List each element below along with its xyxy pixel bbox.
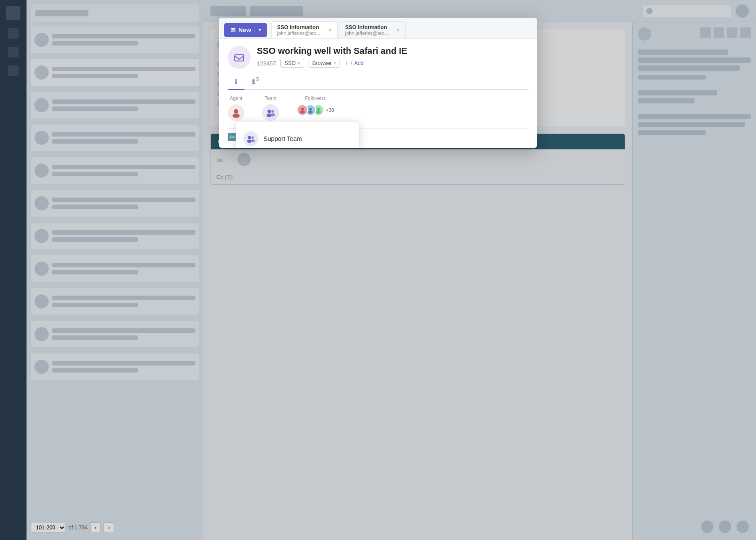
- svg-point-10: [251, 139, 255, 142]
- followers-avatars[interactable]: +30: [297, 104, 334, 116]
- tab-2-title: SSO Information: [345, 24, 392, 30]
- agent-column: Agent: [228, 95, 244, 121]
- tag-browser-label: Browser: [313, 60, 332, 66]
- svg-point-7: [248, 136, 251, 139]
- svg-rect-0: [235, 55, 244, 61]
- tab-2-close-icon[interactable]: ×: [397, 27, 400, 34]
- ticket-icon-avatar: [228, 46, 251, 69]
- svg-point-20: [300, 110, 305, 114]
- support-team-name: Support Team: [263, 135, 302, 142]
- svg-point-22: [308, 110, 313, 114]
- ticket-meta: 123457 SSO × Browser × + + Add: [257, 59, 528, 68]
- teams-section: Support Team: [236, 125, 359, 148]
- svg-point-2: [233, 114, 240, 118]
- dollar-icon: $5: [252, 78, 255, 85]
- agent-avatar[interactable]: [228, 104, 244, 121]
- modal-overlay: ✉ New ▾ SSO Information john.jefferies@t…: [0, 0, 756, 540]
- ticket-modal: ✉ New ▾ SSO Information john.jefferies@t…: [219, 18, 537, 148]
- dropdown-arrow-icon: ▾: [255, 27, 261, 32]
- team-avatar[interactable]: [262, 104, 279, 121]
- envelope-icon: ✉: [230, 27, 236, 34]
- plus-icon: +: [344, 60, 347, 66]
- svg-point-9: [252, 137, 254, 139]
- ticket-header: SSO working well with Safari and IE 1234…: [228, 46, 528, 69]
- dropdown-item-support-team[interactable]: Support Team: [236, 127, 359, 148]
- modal-body: SSO working well with Safari and IE 1234…: [219, 39, 537, 148]
- add-tag-button[interactable]: + + Add: [344, 60, 363, 66]
- support-team-avatar: [243, 131, 258, 146]
- svg-point-19: [301, 108, 304, 111]
- svg-point-24: [316, 110, 321, 114]
- tag-browser-close-icon[interactable]: ×: [334, 61, 336, 66]
- new-button-label: New: [238, 27, 251, 34]
- svg-point-6: [271, 114, 275, 117]
- tag-sso[interactable]: SSO ×: [280, 59, 304, 68]
- tag-sso-close-icon[interactable]: ×: [298, 61, 300, 66]
- tab-1-subtitle: john.jefferies@tec...: [277, 30, 324, 36]
- tag-sso-label: SSO: [284, 60, 295, 66]
- tab-1-title: SSO Information: [277, 24, 324, 30]
- modal-tab-bar: ✉ New ▾ SSO Information john.jefferies@t…: [219, 18, 537, 39]
- follower-avatar-1: [297, 104, 308, 116]
- ticket-title: SSO working well with Safari and IE: [257, 46, 528, 56]
- add-tag-label: + Add: [350, 60, 363, 66]
- tab-sso-2[interactable]: SSO Information john.jefferies@tec... ×: [340, 21, 406, 38]
- svg-point-5: [271, 110, 274, 113]
- new-button[interactable]: ✉ New ▾: [224, 23, 267, 37]
- modal-tab-dollar[interactable]: $5: [244, 74, 262, 90]
- svg-point-3: [267, 110, 271, 113]
- svg-point-1: [234, 109, 238, 114]
- agent-label: Agent: [230, 95, 243, 101]
- svg-point-23: [317, 108, 320, 111]
- tab-sso-1[interactable]: SSO Information john.jefferies@tec... ×: [271, 21, 338, 38]
- team-label: Team: [265, 95, 277, 101]
- team-dropdown: Support Team: [236, 121, 359, 148]
- modal-tab-info[interactable]: ℹ: [228, 74, 244, 90]
- tag-browser[interactable]: Browser ×: [309, 59, 340, 68]
- followers-label: Followers: [305, 95, 326, 101]
- ticket-id: 123457: [257, 60, 276, 67]
- followers-column: Followers +30: [297, 95, 334, 121]
- tab-1-close-icon[interactable]: ×: [328, 27, 332, 34]
- svg-point-21: [309, 108, 312, 111]
- team-column: Team: [262, 95, 279, 121]
- modal-nav-tabs: ℹ $5: [228, 74, 528, 90]
- info-icon: ℹ: [235, 78, 237, 85]
- assignee-row: Agent Team: [228, 95, 528, 121]
- followers-count: +30: [326, 107, 334, 113]
- tab-2-subtitle: john.jefferies@tec...: [345, 30, 392, 36]
